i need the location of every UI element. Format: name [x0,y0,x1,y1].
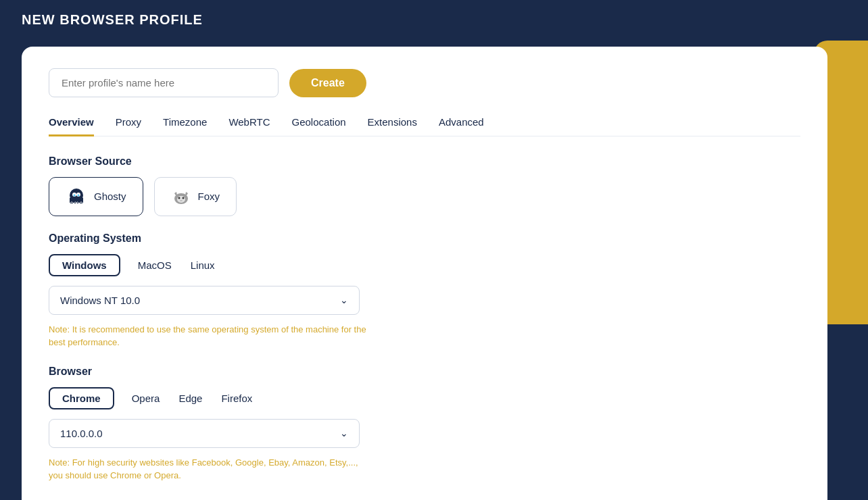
svg-point-4 [74,194,76,196]
header: NEW BROWSER PROFILE [0,0,868,40]
svg-point-9 [177,196,185,203]
tab-overview[interactable]: Overview [49,116,94,136]
profile-name-input[interactable] [49,68,279,97]
os-version-value: Windows NT 10.0 [60,295,140,306]
os-linux[interactable]: Linux [189,255,216,275]
os-options-row: Windows MacOS Linux [49,254,800,276]
browser-title: Browser [49,366,800,378]
tab-extensions[interactable]: Extensions [368,116,417,136]
svg-point-11 [182,197,184,199]
browser-options-row: Chrome Opera Edge Firefox [49,387,800,409]
browser-version-value: 110.0.0.0 [60,428,103,439]
operating-system-section: Operating System Windows MacOS Linux Win… [49,232,800,349]
ghosty-icon [66,186,87,207]
tabs: Overview Proxy Timezone WebRTC Geolocati… [49,116,800,136]
os-macos[interactable]: MacOS [137,255,173,275]
source-foxy[interactable]: Foxy [154,177,237,216]
tab-geolocation[interactable]: Geolocation [292,116,346,136]
svg-point-5 [78,194,80,196]
browser-section: Browser Chrome Opera Edge Firefox 110.0.… [49,366,800,482]
ghosty-label: Ghosty [94,191,126,202]
os-note: Note: It is recommended to use the same … [49,323,373,349]
os-title: Operating System [49,232,800,245]
main-card: Create Overview Proxy Timezone WebRTC Ge… [22,47,827,500]
fox-icon [171,186,191,207]
browser-note: Note: For high security websites like Fa… [49,456,373,482]
browser-edge[interactable]: Edge [177,389,203,408]
tab-advanced[interactable]: Advanced [439,116,484,136]
tab-timezone[interactable]: Timezone [163,116,207,136]
browser-firefox[interactable]: Firefox [220,389,254,408]
chevron-down-icon: ⌄ [340,295,348,305]
svg-point-10 [178,197,180,199]
browser-opera[interactable]: Opera [130,389,162,408]
chevron-down-icon-browser: ⌄ [340,428,348,439]
foxy-label: Foxy [198,191,220,202]
browser-source-title: Browser Source [49,155,800,168]
source-ghosty[interactable]: Ghosty [49,177,143,216]
browser-version-dropdown[interactable]: 110.0.0.0 ⌄ [49,419,360,448]
os-version-dropdown[interactable]: Windows NT 10.0 ⌄ [49,286,360,315]
page-title: NEW BROWSER PROFILE [22,12,203,27]
tab-webrtc[interactable]: WebRTC [228,116,270,136]
profile-input-row: Create [49,68,800,97]
create-button[interactable]: Create [289,69,366,97]
browser-chrome[interactable]: Chrome [49,387,114,409]
os-windows[interactable]: Windows [49,254,120,276]
svg-point-12 [180,200,183,201]
browser-source-section: Browser Source Ghosty [49,155,800,216]
browser-source-row: Ghosty Foxy [49,177,800,216]
tab-proxy[interactable]: Proxy [116,116,141,136]
